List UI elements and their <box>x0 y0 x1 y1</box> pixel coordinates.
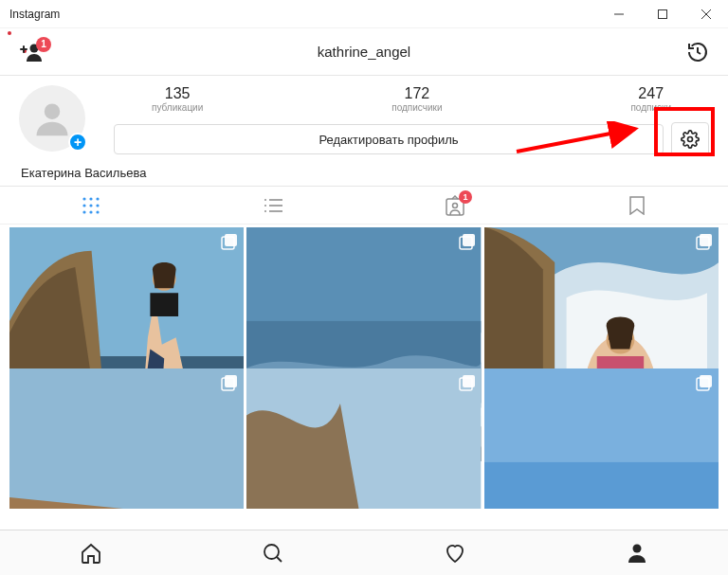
svg-point-50 <box>264 545 279 559</box>
svg-rect-41 <box>225 375 237 387</box>
profile-icon <box>626 542 648 565</box>
svg-point-5 <box>89 197 92 200</box>
stat-followers-count: 172 <box>391 85 442 102</box>
tab-list[interactable] <box>182 187 364 224</box>
profile-display-name: Екатерина Васильева <box>19 166 709 180</box>
svg-rect-25 <box>225 234 237 246</box>
stat-followers[interactable]: 172 подписчики <box>391 85 442 113</box>
profile-username: kathrine_angel <box>318 44 410 60</box>
list-icon <box>264 198 282 213</box>
multi-photo-icon <box>696 233 713 250</box>
app-title: Instagram <box>9 8 60 21</box>
decoration-dot <box>8 31 11 35</box>
svg-rect-23 <box>150 293 178 316</box>
profile-stats: 135 публикации 172 подписчики 247 подпис… <box>114 85 709 113</box>
svg-point-7 <box>82 204 85 207</box>
svg-point-4 <box>82 197 85 200</box>
bottom-navigation <box>0 530 728 575</box>
svg-rect-44 <box>463 375 475 387</box>
tab-grid[interactable] <box>0 187 182 224</box>
nav-activity[interactable] <box>364 530 546 575</box>
nav-profile[interactable] <box>546 530 728 575</box>
multi-photo-icon <box>221 233 238 250</box>
stat-posts-count: 135 <box>152 85 203 102</box>
svg-point-11 <box>89 210 92 213</box>
activity-history-button[interactable] <box>686 41 709 63</box>
svg-point-3 <box>688 137 693 142</box>
tagged-badge: 1 <box>459 190 472 204</box>
home-icon <box>80 542 102 565</box>
profile-section: + 135 публикации 172 подписчики 247 подп… <box>0 76 728 187</box>
stat-following-count: 247 <box>630 85 671 102</box>
post-thumbnail[interactable] <box>9 368 244 510</box>
window-titlebar: Instagram <box>0 0 728 28</box>
svg-point-15 <box>264 205 266 207</box>
multi-photo-icon <box>459 233 476 250</box>
tab-saved[interactable] <box>546 187 728 224</box>
gear-icon <box>681 130 700 149</box>
post-thumbnail[interactable] <box>246 368 481 510</box>
nav-search[interactable] <box>182 530 364 575</box>
stat-posts[interactable]: 135 публикации <box>152 85 203 113</box>
edit-profile-button[interactable]: Редактировать профиль <box>114 124 664 154</box>
svg-point-20 <box>453 203 458 207</box>
discover-badge: 1 <box>36 37 51 52</box>
stat-following-label: подписки <box>630 102 671 113</box>
window-maximize-button[interactable] <box>641 0 684 28</box>
nav-home[interactable] <box>0 530 182 575</box>
svg-rect-27 <box>246 227 481 332</box>
app-header: 1 kathrine_angel <box>0 28 728 76</box>
svg-rect-37 <box>700 234 712 246</box>
svg-point-9 <box>96 204 99 207</box>
window-minimize-button[interactable] <box>597 0 641 28</box>
tab-tagged[interactable]: 1 <box>364 187 546 224</box>
svg-point-17 <box>264 210 266 212</box>
svg-rect-48 <box>700 375 712 387</box>
svg-point-13 <box>264 199 266 201</box>
multi-photo-icon <box>459 374 476 391</box>
settings-button[interactable] <box>671 122 709 156</box>
heart-icon <box>444 542 466 565</box>
svg-rect-0 <box>659 9 667 18</box>
avatar-container[interactable]: + <box>19 85 95 152</box>
svg-point-52 <box>633 544 642 552</box>
svg-rect-30 <box>463 234 475 246</box>
profile-tabs: 1 <box>0 187 728 225</box>
svg-rect-39 <box>9 368 244 509</box>
discover-people-button[interactable]: 1 <box>19 43 44 62</box>
svg-rect-47 <box>484 368 719 462</box>
svg-point-12 <box>96 210 99 213</box>
posts-grid <box>0 225 728 509</box>
svg-point-10 <box>82 210 85 213</box>
svg-point-8 <box>89 204 92 207</box>
window-controls <box>597 0 728 28</box>
window-close-button[interactable] <box>684 0 728 28</box>
stat-followers-label: подписчики <box>391 102 442 113</box>
stat-posts-label: публикации <box>152 102 203 113</box>
search-icon <box>262 542 284 565</box>
multi-photo-icon <box>221 374 238 391</box>
bookmark-icon <box>629 196 645 215</box>
grid-icon <box>82 197 100 214</box>
svg-point-2 <box>45 103 61 119</box>
multi-photo-icon <box>696 374 713 391</box>
svg-point-6 <box>96 197 99 200</box>
svg-line-51 <box>277 557 282 562</box>
stat-following[interactable]: 247 подписки <box>630 85 671 113</box>
add-story-icon: + <box>68 133 87 152</box>
post-thumbnail[interactable] <box>484 368 719 510</box>
